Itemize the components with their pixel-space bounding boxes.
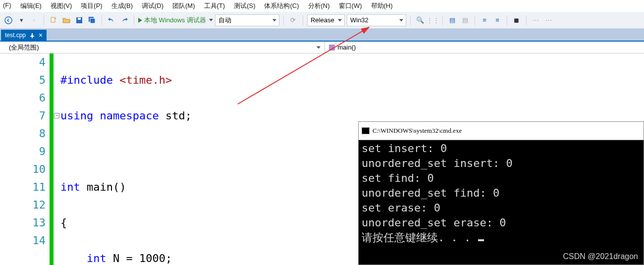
find-icon[interactable]: 🔍 [415, 15, 426, 26]
scope-left-label: (全局范围) [9, 43, 39, 52]
console-titlebar[interactable]: C:\WINDOWS\system32\cmd.exe [359, 122, 644, 140]
outdent-icon[interactable]: ≡ [492, 15, 503, 26]
menu-bar: (F) 编辑(E) 视图(V) 项目(P) 生成(B) 调试(D) 团队(M) … [0, 0, 644, 12]
scope-bar: (全局范围) main() [0, 42, 644, 53]
uncomment-icon[interactable]: ▤ [460, 15, 471, 26]
toolbar-separator [475, 15, 475, 25]
svg-rect-1 [51, 17, 55, 22]
svg-rect-5 [90, 18, 95, 23]
outline-column: − [54, 53, 60, 265]
toolbar-separator [410, 15, 411, 25]
menu-file[interactable]: (F) [3, 1, 11, 10]
tab-filename: test.cpp [5, 32, 26, 39]
tab-testcpp[interactable]: test.cpp × [1, 30, 47, 41]
menu-analyze[interactable]: 分析(N) [308, 1, 330, 10]
toolbar-separator [303, 15, 303, 25]
toolbar: ▾ ◦ 本地 Windows 调试器 自动 ⟳ Release Win32 🔍 … [0, 12, 644, 29]
nav-back-icon[interactable] [3, 15, 14, 26]
menu-window[interactable]: 窗口(W) [339, 1, 362, 10]
scope-left-dropdown[interactable]: (全局范围) [0, 42, 325, 53]
new-item-icon[interactable] [48, 15, 59, 26]
menu-view[interactable]: 视图(V) [51, 1, 72, 10]
menu-arch[interactable]: 体系结构(C) [264, 1, 299, 10]
nav-fwd-icon[interactable]: ▾ [16, 15, 27, 26]
auto-dropdown[interactable]: 自动 [215, 14, 279, 26]
cursor [478, 239, 484, 241]
cmd-icon [362, 127, 370, 134]
config-dropdown[interactable]: Release [307, 14, 345, 26]
tab-strip: test.cpp × [0, 29, 644, 42]
menu-build[interactable]: 生成(B) [111, 1, 133, 10]
console-window: C:\WINDOWS\system32\cmd.exe set insert: … [358, 121, 644, 265]
start-debug-button[interactable]: 本地 Windows 调试器 [138, 16, 213, 25]
scope-right-dropdown[interactable]: main() [325, 44, 644, 51]
watermark: CSDN @2021dragon [563, 252, 638, 261]
refresh-icon[interactable]: ⟳ [288, 15, 299, 26]
open-icon[interactable] [61, 15, 72, 26]
misc-icon[interactable]: ⋯ [531, 15, 541, 26]
scope-right-label: main() [338, 44, 356, 51]
list-icon[interactable]: ⋮⋮ [428, 15, 438, 26]
toolbar-separator [526, 15, 527, 25]
platform-dropdown[interactable]: Win32 [347, 14, 406, 26]
menu-edit[interactable]: 编辑(E) [20, 1, 42, 10]
toolbar-separator [507, 15, 507, 25]
pin-icon[interactable] [30, 33, 35, 38]
menu-tools[interactable]: 工具(T) [204, 1, 225, 10]
play-icon [138, 18, 142, 23]
menu-debug[interactable]: 调试(D) [142, 1, 163, 10]
indent-icon[interactable]: ≡ [479, 15, 490, 26]
collapse-toggle[interactable]: − [54, 113, 59, 118]
svg-point-0 [5, 17, 12, 24]
toolbar-separator [134, 15, 134, 25]
redo-icon[interactable] [119, 15, 130, 26]
nav-fwd2-icon[interactable]: ◦ [29, 15, 40, 26]
svg-rect-3 [78, 18, 81, 20]
menu-project[interactable]: 项目(P) [81, 1, 102, 10]
save-icon[interactable] [74, 15, 85, 26]
method-icon [329, 45, 335, 51]
console-title-text: C:\WINDOWS\system32\cmd.exe [373, 123, 462, 138]
chevron-down-icon [209, 19, 213, 21]
line-numbers: 4 5 6 7 8 9 10 11 12 13 14 [0, 53, 50, 265]
misc2-icon[interactable]: ⋯ [543, 15, 554, 26]
toolbar-separator [44, 15, 44, 25]
toolbar-separator [283, 15, 284, 25]
console-output: set insert: 0 unordered_set insert: 0 se… [359, 140, 644, 246]
menu-help[interactable]: 帮助(H) [371, 1, 393, 10]
change-indicator [50, 53, 54, 265]
debug-target-label: 本地 Windows 调试器 [144, 16, 206, 25]
toolbar-separator [102, 15, 102, 25]
save-all-icon[interactable] [87, 15, 98, 26]
menu-test[interactable]: 测试(S) [234, 1, 255, 10]
toolbar-separator [442, 15, 443, 25]
undo-icon[interactable] [106, 15, 117, 26]
comment-icon[interactable]: ▤ [447, 15, 458, 26]
menu-team[interactable]: 团队(M) [172, 1, 195, 10]
close-icon[interactable]: × [39, 33, 43, 38]
bookmark-icon[interactable]: ◼ [511, 15, 522, 26]
